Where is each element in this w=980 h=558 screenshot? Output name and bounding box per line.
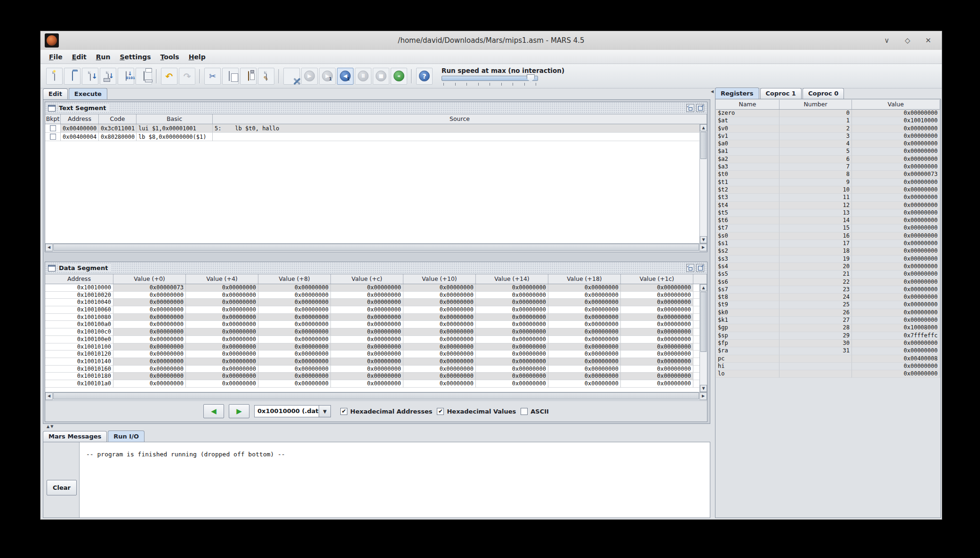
vertical-splitter[interactable]: ◀ xyxy=(711,88,715,518)
value-cell[interactable]: 0x00000000 xyxy=(331,292,403,299)
value-cell[interactable]: 0x00000000 xyxy=(476,358,548,366)
value-cell[interactable]: 0x00000000 xyxy=(186,314,258,321)
register-value[interactable]: 0x00000000 xyxy=(852,240,940,247)
register-value[interactable]: 0x10010000 xyxy=(852,117,940,125)
value-cell[interactable]: 0x00000000 xyxy=(621,336,693,343)
value-cell[interactable]: 0x00000000 xyxy=(113,343,186,351)
copy-button[interactable] xyxy=(222,68,239,85)
register-value[interactable]: 0x00000000 xyxy=(852,347,940,355)
find-replace-button[interactable] xyxy=(258,68,274,85)
value-cell[interactable]: 0x00000000 xyxy=(403,284,476,292)
value-cell[interactable]: 0x00000000 xyxy=(476,336,548,343)
scroll-up-icon[interactable]: ▲ xyxy=(700,284,707,291)
pause-button[interactable]: Ⅱ xyxy=(355,68,371,85)
splitter-up-icon[interactable]: ▲ xyxy=(47,425,49,429)
value-cell[interactable]: 0x00000000 xyxy=(548,366,621,373)
register-value[interactable]: 0x00000000 xyxy=(852,286,940,294)
value-cell[interactable]: 0x00000000 xyxy=(403,343,476,351)
value-cell[interactable]: 0x00000000 xyxy=(258,358,331,366)
register-value[interactable]: 0x00000000 xyxy=(852,209,940,217)
value-cell[interactable]: 0x00000000 xyxy=(186,292,258,299)
horizontal-splitter[interactable]: ▲ ▼ xyxy=(43,424,710,430)
register-value[interactable]: 0x00000000 xyxy=(852,133,940,140)
register-value[interactable]: 0x00000000 xyxy=(852,301,940,309)
backstep-button[interactable]: ◀1 xyxy=(337,68,353,85)
value-cell[interactable]: 0x00000000 xyxy=(113,292,186,299)
value-cell[interactable]: 0x00000000 xyxy=(258,343,331,351)
value-cell[interactable]: 0x00000000 xyxy=(476,284,548,292)
value-cell[interactable]: 0x00000000 xyxy=(476,351,548,358)
value-cell[interactable]: 0x00000000 xyxy=(186,321,258,328)
close-icon[interactable]: ✕ xyxy=(923,35,933,46)
value-cell[interactable]: 0x00000000 xyxy=(258,321,331,328)
redo-button[interactable]: ↷ xyxy=(179,68,195,85)
value-cell[interactable]: 0x00000000 xyxy=(331,373,403,380)
print-button[interactable] xyxy=(136,68,152,85)
scrollbar-thumb[interactable] xyxy=(53,392,699,399)
text-segment-hscrollbar[interactable]: ◀ ▶ xyxy=(45,243,707,252)
menu-run[interactable]: Run xyxy=(91,50,115,64)
scrollbar-track[interactable] xyxy=(53,392,699,400)
splitter-down-icon[interactable]: ▼ xyxy=(50,425,53,429)
register-value[interactable]: 0x00000000 xyxy=(852,179,940,186)
value-cell[interactable]: 0x00000000 xyxy=(621,351,693,358)
value-cell[interactable]: 0x00000000 xyxy=(331,306,403,314)
value-cell[interactable]: 0x00000000 xyxy=(403,314,476,321)
register-value[interactable]: 0x00000000 xyxy=(852,279,940,286)
value-cell[interactable]: 0x00000000 xyxy=(621,373,693,380)
scroll-right-icon[interactable]: ▶ xyxy=(699,244,707,251)
value-cell[interactable]: 0x00000000 xyxy=(476,292,548,299)
scrollbar-thumb[interactable] xyxy=(53,244,699,251)
value-cell[interactable]: 0x00000000 xyxy=(548,336,621,343)
value-cell[interactable]: 0x00000000 xyxy=(113,314,186,321)
value-cell[interactable]: 0x00000000 xyxy=(186,284,258,292)
value-cell[interactable]: 0x00000000 xyxy=(186,336,258,343)
value-cell[interactable]: 0x00000000 xyxy=(186,366,258,373)
chevron-down-icon[interactable]: ▼ xyxy=(319,405,331,417)
breakpoint-checkbox[interactable] xyxy=(50,125,56,131)
value-cell[interactable]: 0x00000000 xyxy=(403,321,476,328)
register-value[interactable]: 0x00000000 xyxy=(852,224,940,232)
value-cell[interactable]: 0x00000000 xyxy=(331,299,403,306)
scrollbar-thumb[interactable] xyxy=(700,292,707,352)
text-segment-vscrollbar[interactable]: ▲ ▼ xyxy=(699,124,707,243)
undo-button[interactable]: ↶ xyxy=(161,68,177,85)
register-value[interactable]: 0x7fffeffc xyxy=(852,332,940,340)
register-value[interactable]: 0x00000000 xyxy=(852,110,940,117)
register-value[interactable]: 0x00000000 xyxy=(852,140,940,148)
value-cell[interactable]: 0x00000000 xyxy=(331,343,403,351)
value-cell[interactable]: 0x00000000 xyxy=(186,351,258,358)
next-memory-page-button[interactable]: ▶ xyxy=(229,404,249,418)
value-cell[interactable]: 0x00000000 xyxy=(258,328,331,336)
value-cell[interactable]: 0x00000000 xyxy=(621,284,693,292)
register-value[interactable]: 0x10008000 xyxy=(852,324,940,332)
value-cell[interactable]: 0x00000000 xyxy=(621,299,693,306)
value-cell[interactable]: 0x00000000 xyxy=(331,380,403,388)
checkbox-hexadecimal-addresses[interactable]: ✔Hexadecimal Addresses xyxy=(340,408,432,415)
scroll-right-icon[interactable]: ▶ xyxy=(699,392,707,400)
value-cell[interactable]: 0x00000000 xyxy=(258,299,331,306)
checked-checkbox-icon[interactable]: ✔ xyxy=(437,408,444,415)
value-cell[interactable]: 0x00000000 xyxy=(403,306,476,314)
value-cell[interactable]: 0x00000000 xyxy=(186,358,258,366)
value-cell[interactable]: 0x00000000 xyxy=(403,358,476,366)
register-value[interactable]: 0x00000000 xyxy=(852,309,940,317)
value-cell[interactable]: 0x00000000 xyxy=(548,343,621,351)
value-cell[interactable]: 0x00000000 xyxy=(186,328,258,336)
register-value[interactable]: 0x00000000 xyxy=(852,263,940,271)
value-cell[interactable]: 0x00000000 xyxy=(548,328,621,336)
tab-coproc-0[interactable]: Coproc 0 xyxy=(803,88,844,99)
value-cell[interactable]: 0x00000000 xyxy=(331,358,403,366)
memory-base-combobox[interactable]: 0x10010000 (.data) ▼ xyxy=(254,405,331,417)
tab-execute[interactable]: Execute xyxy=(69,88,107,99)
value-cell[interactable]: 0x00000000 xyxy=(331,336,403,343)
value-cell[interactable]: 0x00000000 xyxy=(548,373,621,380)
value-cell[interactable]: 0x00000000 xyxy=(186,343,258,351)
minimize-icon[interactable]: ∨ xyxy=(882,35,892,46)
value-cell[interactable]: 0x00000000 xyxy=(403,336,476,343)
new-file-button[interactable] xyxy=(46,68,63,85)
value-cell[interactable]: 0x00000000 xyxy=(403,299,476,306)
prev-memory-page-button[interactable]: ◀ xyxy=(203,404,224,418)
value-cell[interactable]: 0x00000000 xyxy=(331,321,403,328)
maximize-frame-icon[interactable]: ↗ xyxy=(696,104,704,112)
